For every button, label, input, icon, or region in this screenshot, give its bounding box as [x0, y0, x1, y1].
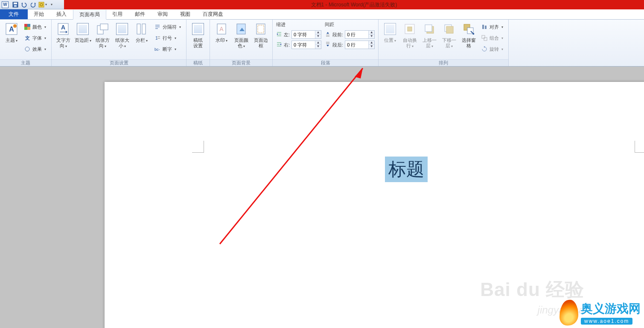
watermark-baidu: Bai du 经验	[480, 277, 584, 302]
svg-rect-9	[27, 24, 30, 27]
indent-left-spinner[interactable]: ▲▼	[291, 30, 321, 39]
group-theme-label: 主题	[0, 59, 51, 66]
watermark-aoe-cn: 奥义游戏网	[581, 301, 641, 317]
group-paragraph: 缩进 左: ▲▼ 右: ▲▼	[273, 20, 379, 66]
svg-rect-53	[484, 38, 487, 41]
tab-mailings[interactable]: 邮件	[129, 9, 152, 19]
margin-mark-top-right	[635, 141, 644, 153]
line-numbers-label: 行号	[163, 35, 172, 41]
group-paragraph-label: 段落	[273, 59, 378, 66]
tab-references[interactable]: 引用	[106, 9, 129, 19]
qat-customize-dropdown[interactable]: ▾	[47, 1, 55, 9]
svg-rect-17	[100, 24, 108, 30]
svg-rect-10	[24, 27, 27, 30]
indent-column: 缩进 左: ▲▼ 右: ▲▼	[274, 20, 323, 50]
send-backward-button[interactable]: 下移一层▾	[439, 20, 459, 49]
svg-text:bc-: bc-	[154, 47, 160, 52]
svg-rect-51	[485, 26, 487, 29]
margins-button[interactable]: 页边距▾	[73, 20, 93, 49]
spacing-before-spinner[interactable]: ▲▼	[345, 30, 375, 39]
tab-baidu-netdisk[interactable]: 百度网盘	[197, 9, 230, 19]
tab-file[interactable]: 文件	[0, 9, 28, 19]
svg-line-54	[220, 68, 363, 244]
svg-rect-11	[27, 27, 30, 30]
breaks-label: 分隔符	[163, 24, 177, 30]
orientation-label: 纸张方向	[96, 38, 110, 48]
tab-review[interactable]: 审阅	[152, 9, 174, 19]
undo-button[interactable]	[20, 1, 28, 9]
svg-point-7	[13, 24, 17, 28]
selection-pane-label: 选择窗格	[460, 38, 478, 49]
draft-icon	[192, 23, 204, 35]
tab-home[interactable]: 开始	[28, 9, 50, 19]
group-page-background-label: 页面背景	[210, 59, 272, 66]
breaks-button[interactable]: 分隔符▾	[152, 22, 183, 32]
tab-insert[interactable]: 插入	[50, 9, 73, 19]
position-button[interactable]: 位置▾	[380, 20, 400, 49]
line-numbers-icon: 1	[154, 35, 161, 41]
tab-page-layout[interactable]: 页面布局	[73, 10, 106, 20]
theme-colors-button[interactable]: 颜色▾	[22, 22, 48, 32]
watermark-button[interactable]: A 水印▾	[212, 20, 231, 49]
bring-forward-button[interactable]: 上移一层▾	[420, 20, 439, 49]
spin-down[interactable]: ▼	[315, 45, 321, 49]
margins-label: 页边距	[75, 38, 89, 43]
columns-button[interactable]: 分栏▾	[132, 20, 152, 49]
group-objects-button[interactable]: 组合▾	[479, 33, 505, 43]
group-page-setup-label: 页面设置	[52, 59, 186, 66]
hyphenation-label: 断字	[163, 46, 172, 52]
line-numbers-button[interactable]: 1 行号▾	[152, 33, 183, 43]
indent-header: 缩进	[276, 21, 321, 28]
spacing-before-input[interactable]	[345, 32, 368, 37]
spin-down[interactable]: ▼	[368, 45, 374, 49]
hyphenation-button[interactable]: bc- 断字▾	[152, 44, 183, 54]
wrap-text-button[interactable]: 自动换行▾	[400, 20, 420, 49]
group-arrange-label: 排列	[379, 59, 508, 66]
text-direction-button[interactable]: A 文字方向▾	[53, 20, 73, 49]
svg-rect-8	[24, 24, 27, 27]
size-button[interactable]: 纸张大小▾	[112, 20, 132, 49]
indent-right-input[interactable]	[292, 42, 315, 47]
tab-view[interactable]: 视图	[174, 9, 197, 19]
svg-rect-18	[137, 24, 140, 34]
page-color-button[interactable]: 页面颜色▾	[231, 20, 251, 49]
group-icon	[481, 35, 488, 41]
spin-down[interactable]: ▼	[315, 35, 321, 38]
columns-label: 分栏	[136, 38, 145, 43]
draft-settings-label: 稿纸 设置	[193, 38, 203, 49]
orientation-button[interactable]: 纸张方向▾	[93, 20, 112, 49]
indent-left-input[interactable]	[292, 32, 315, 37]
annotation-arrow	[216, 67, 378, 248]
draft-settings-button[interactable]: 稿纸 设置	[188, 20, 208, 49]
selection-pane-button[interactable]: 选择窗格	[459, 20, 478, 49]
spacing-after-label: 段后:	[332, 42, 343, 48]
rotate-button[interactable]: 旋转▾	[479, 44, 505, 54]
group-draft: 稿纸 设置 稿纸	[186, 20, 210, 66]
save-button[interactable]	[11, 1, 20, 9]
indent-right-spinner[interactable]: ▲▼	[291, 41, 321, 49]
ribbon: A 主题▾ 颜色▾ 文 字体▾ 效果▾ 主题	[0, 20, 644, 67]
indent-right-label: 右:	[284, 42, 290, 48]
text-direction-label: 文字方向	[56, 38, 70, 48]
theme-fonts-button[interactable]: 文 字体▾	[22, 33, 48, 43]
svg-text:A: A	[219, 26, 224, 32]
indent-right-icon	[276, 41, 282, 48]
group-draft-label: 稿纸	[186, 59, 210, 66]
hyphenation-icon: bc-	[154, 46, 161, 52]
qat-custom-button[interactable]: ▾	[38, 1, 47, 9]
watermark-aoe: 奥义游戏网 www.aoe1.com	[559, 300, 641, 325]
redo-button[interactable]	[30, 1, 38, 9]
theme-fonts-label: 字体	[32, 35, 42, 41]
group-page-setup: A 文字方向▾ 页边距▾ 纸张方向▾ 纸张大小▾ 分栏▾	[52, 20, 186, 66]
themes-button[interactable]: A 主题▾	[2, 20, 21, 49]
theme-effects-button[interactable]: 效果▾	[22, 44, 48, 54]
spacing-after-spinner[interactable]: ▲▼	[345, 41, 375, 49]
spacing-after-icon	[325, 41, 331, 48]
page-borders-button[interactable]: 页面边框	[251, 20, 271, 49]
spacing-before-icon	[325, 31, 331, 38]
align-button[interactable]: 对齐▾	[479, 22, 505, 32]
spacing-after-input[interactable]	[345, 42, 368, 47]
document-heading-selected[interactable]: 标题	[385, 157, 428, 182]
spin-down[interactable]: ▼	[368, 35, 374, 38]
svg-text:A: A	[61, 24, 65, 31]
